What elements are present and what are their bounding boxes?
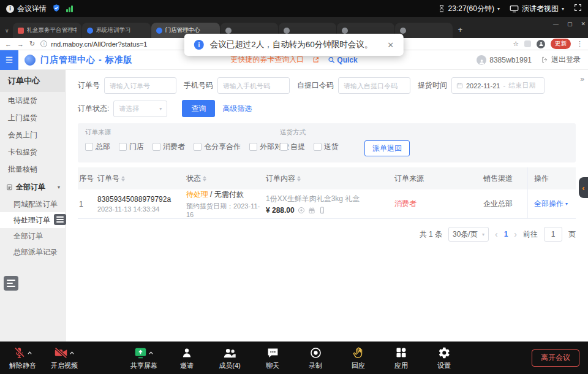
sort-icon[interactable]	[297, 176, 301, 181]
new-tab-button[interactable]: +	[458, 25, 463, 34]
unmute-button[interactable]: 解除静音	[9, 345, 37, 370]
sidebar-item-card-pickup[interactable]: 卡包提货	[0, 143, 65, 161]
chevron-up-icon[interactable]	[27, 350, 32, 356]
forward-icon[interactable]: →	[17, 40, 24, 48]
meeting-details-button[interactable]: i 会议详情	[6, 4, 47, 14]
checkbox-icon	[280, 143, 288, 151]
sidebar-item-phone-pickup[interactable]: 电话提货	[0, 92, 65, 109]
browser-menu-dots-icon[interactable]: ⋮	[576, 40, 583, 48]
sort-icon[interactable]	[203, 176, 206, 181]
gift-icon	[308, 207, 315, 214]
advanced-filter-link[interactable]: 高级筛选	[222, 104, 252, 114]
view-mode-dropdown[interactable]: 演讲者视图 ▾	[510, 4, 564, 14]
bookmark-star-icon[interactable]: ☆	[513, 40, 519, 48]
chat-button[interactable]: 聊天	[258, 345, 287, 370]
sidebar-subitem-hq-dispatch[interactable]: 总部派单记录	[0, 244, 65, 260]
site-info-icon[interactable]: i	[40, 40, 47, 47]
browser-update-button[interactable]: 更新	[551, 39, 571, 49]
url-text: rnd.maboy.cn/AllOrder?status=1	[51, 40, 147, 48]
prev-page-button[interactable]: ‹	[495, 229, 498, 239]
browser-tab[interactable]	[395, 23, 453, 38]
leave-meeting-button[interactable]: 离开会议	[532, 349, 579, 367]
cell-price: ¥ 288.00	[266, 206, 295, 215]
header-order-no[interactable]: 订单号	[97, 174, 186, 184]
checkbox-warehouse-coop[interactable]: 仓分享合作	[194, 142, 241, 152]
back-icon[interactable]: ←	[5, 40, 12, 48]
camera-off-icon	[54, 346, 68, 359]
refresh-icon[interactable]: ↻	[29, 40, 35, 48]
invite-button[interactable]: 邀请	[173, 345, 201, 370]
browser-tab[interactable]: 系统培训学习	[82, 23, 151, 38]
goto-page-input[interactable]	[544, 227, 562, 242]
checkbox-hq[interactable]: 总部	[85, 142, 110, 152]
sort-icon[interactable]	[121, 176, 125, 181]
chevron-up-icon[interactable]	[148, 350, 154, 356]
settings-button[interactable]: 设置	[430, 345, 458, 370]
apps-button[interactable]: 应用	[387, 345, 415, 370]
search-button[interactable]: 查询	[182, 100, 215, 117]
external-link-icon	[312, 56, 319, 63]
sidebar-subitem-all-orders[interactable]: 全部订单	[0, 228, 65, 244]
dispatch-return-button[interactable]: 派单退回	[364, 140, 410, 156]
sidebar-toggle-button[interactable]: ☰	[0, 50, 18, 70]
record-button[interactable]: 录制	[301, 345, 330, 370]
floating-list-button[interactable]	[4, 276, 18, 291]
tab-title: 系统培训学习	[96, 26, 131, 34]
checkbox-icon	[119, 143, 127, 151]
user-account[interactable]: 8385wb1991	[477, 55, 532, 65]
mic-off-icon	[13, 346, 26, 359]
sidebar-drag-handle[interactable]	[54, 214, 66, 225]
date-start-value: 2022-11-21	[466, 82, 500, 90]
sidebar-item-door-pickup[interactable]: 上门提货	[0, 109, 65, 126]
delivery-method-label: 送货方式	[280, 128, 353, 137]
checkbox-store[interactable]: 门店	[119, 142, 144, 152]
toast-close-icon[interactable]: ✕	[387, 40, 394, 50]
security-shield-icon[interactable]	[52, 4, 61, 14]
row-action-dropdown[interactable]: 全部操作 ▾	[534, 199, 568, 209]
panel-collapse-icon[interactable]: »	[580, 75, 584, 83]
header-status[interactable]: 状态	[186, 174, 266, 184]
record-icon	[309, 346, 322, 359]
fullscreen-icon[interactable]	[574, 4, 582, 13]
logout-button[interactable]: 退出登录	[541, 55, 581, 65]
pickup-code-input[interactable]	[338, 77, 410, 94]
window-minimize-icon[interactable]: —	[553, 21, 559, 27]
user-avatar-icon	[477, 55, 486, 65]
checkbox-consumer[interactable]: 消费者	[153, 142, 185, 152]
app-logo	[24, 55, 36, 66]
page-size-select[interactable]: 30条/页 ▾	[448, 227, 489, 242]
start-video-button[interactable]: 开启视频	[50, 345, 78, 370]
tab-favicon	[284, 28, 290, 34]
quick-search-link[interactable]: Quick	[328, 56, 357, 64]
checkbox-self-pickup[interactable]: 自提	[280, 142, 305, 152]
next-page-button[interactable]: ›	[514, 229, 517, 239]
sidebar-subitem-city-delivery[interactable]: 同城配送订单	[0, 196, 65, 212]
checkbox-delivery[interactable]: 送货	[314, 142, 339, 152]
order-status-select[interactable]: 请选择 ▾	[113, 101, 167, 117]
order-no-input[interactable]	[104, 77, 176, 94]
header-content[interactable]: 订单内容	[266, 174, 394, 184]
members-button[interactable]: 成员(4)	[216, 345, 244, 370]
reaction-hand-icon	[352, 346, 365, 359]
window-close-icon[interactable]: ✕	[581, 21, 586, 27]
date-range-picker[interactable]: 2022-11-21 - 结束日期	[451, 77, 545, 94]
chevron-up-icon[interactable]	[69, 350, 75, 356]
current-page[interactable]: 1	[504, 230, 508, 239]
sidebar-group-all-orders[interactable]: 全部订单 ▾	[0, 178, 65, 196]
view-mode-label: 演讲者视图	[522, 4, 559, 14]
tab-search-icon[interactable]: ∨	[5, 28, 9, 34]
sidebar-item-member-visit[interactable]: 会员上门	[0, 126, 65, 143]
header-source: 订单来源	[394, 174, 483, 184]
right-panel-collapse-handle[interactable]: ‹	[579, 177, 588, 198]
sidebar-item-batch-verify[interactable]: 批量核销	[0, 161, 65, 178]
reactions-button[interactable]: 回应	[344, 345, 372, 370]
browser-profile-avatar[interactable]	[537, 40, 545, 48]
browser-tab[interactable]: 礼盒票务平台管理中心	[13, 23, 81, 38]
window-maximize-icon[interactable]: ▢	[567, 21, 573, 27]
info-icon: i	[194, 40, 204, 50]
share-screen-button[interactable]: 共享屏幕	[130, 345, 158, 370]
extensions-icon[interactable]	[524, 40, 531, 47]
quick-entry-link[interactable]: 更快捷的券卡查询入口	[230, 55, 304, 65]
meeting-timer-dropdown[interactable]: 23:27(60分钟) ▾	[438, 4, 500, 14]
phone-input[interactable]	[217, 77, 290, 94]
